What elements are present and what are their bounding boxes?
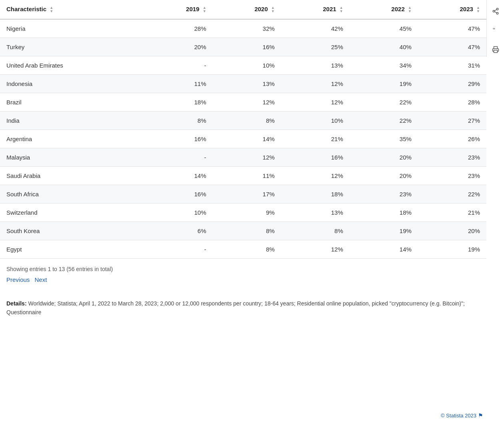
cell-y2020: 11%	[213, 167, 281, 185]
quote-icon[interactable]: "	[488, 23, 503, 38]
cell-y2023: 27%	[418, 112, 486, 130]
sort-arrows-2022[interactable]: ▲▼	[408, 6, 412, 13]
cell-y2020: 12%	[213, 93, 281, 112]
cell-y2022: 18%	[350, 204, 418, 222]
cell-y2023: 47%	[418, 19, 486, 38]
table-row: Malaysia-12%16%20%23%	[0, 148, 486, 167]
svg-text:": "	[492, 27, 495, 34]
cell-characteristic: United Arab Emirates	[0, 56, 144, 75]
table-row: Turkey20%16%25%40%47%	[0, 38, 486, 56]
cell-characteristic: Brazil	[0, 93, 144, 112]
col-2023[interactable]: 2023 ▲▼	[418, 0, 486, 19]
table-row: Saudi Arabia14%11%12%20%23%	[0, 167, 486, 185]
cell-characteristic: Turkey	[0, 38, 144, 56]
cell-characteristic: Nigeria	[0, 19, 144, 38]
cell-y2022: 14%	[350, 240, 418, 259]
cell-characteristic: Indonesia	[0, 75, 144, 93]
cell-y2019: -	[144, 56, 212, 75]
pagination: Previous Next	[0, 275, 486, 289]
cell-y2021: 13%	[281, 56, 350, 75]
data-table-container: Characteristic ▲▼ 2019 ▲▼ 2020 ▲▼ 2021	[0, 0, 486, 259]
cell-y2021: 18%	[281, 185, 350, 204]
previous-link[interactable]: Previous	[6, 276, 30, 283]
table-row: United Arab Emirates-10%13%34%31%	[0, 56, 486, 75]
col-2019[interactable]: 2019 ▲▼	[144, 0, 212, 19]
table-row: South Korea6%8%8%19%20%	[0, 222, 486, 240]
main-content: Characteristic ▲▼ 2019 ▲▼ 2020 ▲▼ 2021	[0, 0, 486, 339]
data-table: Characteristic ▲▼ 2019 ▲▼ 2020 ▲▼ 2021	[0, 0, 486, 259]
cell-y2021: 42%	[281, 19, 350, 38]
cell-y2021: 12%	[281, 240, 350, 259]
sidebar: "	[486, 0, 504, 57]
page-wrapper: " Characteristic ▲▼ 2019	[0, 0, 504, 425]
svg-rect-6	[494, 50, 497, 53]
cell-y2021: 25%	[281, 38, 350, 56]
cell-y2023: 20%	[418, 222, 486, 240]
cell-y2022: 20%	[350, 148, 418, 167]
cell-y2023: 19%	[418, 240, 486, 259]
svg-line-4	[494, 10, 496, 11]
cell-y2023: 23%	[418, 167, 486, 185]
cell-y2023: 28%	[418, 93, 486, 112]
cell-y2021: 12%	[281, 75, 350, 93]
cell-y2022: 45%	[350, 19, 418, 38]
cell-y2019: -	[144, 240, 212, 259]
cell-y2020: 17%	[213, 185, 281, 204]
cell-y2020: 13%	[213, 75, 281, 93]
cell-y2023: 21%	[418, 204, 486, 222]
cell-y2021: 8%	[281, 222, 350, 240]
cell-y2019: 20%	[144, 38, 212, 56]
cell-y2020: 16%	[213, 38, 281, 56]
cell-y2019: 18%	[144, 93, 212, 112]
cell-characteristic: Argentina	[0, 130, 144, 148]
table-row: Argentina16%14%21%35%26%	[0, 130, 486, 148]
statista-flag-icon: ⚑	[478, 412, 483, 419]
cell-y2022: 22%	[350, 112, 418, 130]
col-2020[interactable]: 2020 ▲▼	[213, 0, 281, 19]
cell-y2019: 28%	[144, 19, 212, 38]
cell-characteristic: South Korea	[0, 222, 144, 240]
cell-y2022: 19%	[350, 75, 418, 93]
cell-y2022: 35%	[350, 130, 418, 148]
table-row: Egypt-8%12%14%19%	[0, 240, 486, 259]
share-icon[interactable]	[488, 4, 503, 18]
table-row: Indonesia11%13%12%19%29%	[0, 75, 486, 93]
cell-y2022: 23%	[350, 185, 418, 204]
cell-y2023: 29%	[418, 75, 486, 93]
sort-arrows-2020[interactable]: ▲▼	[271, 6, 275, 13]
table-header-row: Characteristic ▲▼ 2019 ▲▼ 2020 ▲▼ 2021	[0, 0, 486, 19]
cell-y2019: 6%	[144, 222, 212, 240]
cell-y2019: 16%	[144, 185, 212, 204]
cell-y2022: 40%	[350, 38, 418, 56]
cell-y2020: 12%	[213, 148, 281, 167]
cell-y2020: 8%	[213, 112, 281, 130]
next-link[interactable]: Next	[35, 276, 47, 283]
col-2022[interactable]: 2022 ▲▼	[350, 0, 418, 19]
table-row: South Africa16%17%18%23%22%	[0, 185, 486, 204]
table-row: Switzerland10%9%13%18%21%	[0, 204, 486, 222]
cell-y2021: 12%	[281, 167, 350, 185]
details-section: Details: Worldwide; Statista; April 1, 2…	[0, 289, 486, 323]
cell-y2021: 10%	[281, 112, 350, 130]
cell-y2020: 8%	[213, 240, 281, 259]
cell-y2021: 13%	[281, 204, 350, 222]
cell-characteristic: Egypt	[0, 240, 144, 259]
sort-arrows-2023[interactable]: ▲▼	[476, 6, 480, 13]
cell-y2020: 10%	[213, 56, 281, 75]
cell-y2023: 47%	[418, 38, 486, 56]
table-row: India8%8%10%22%27%	[0, 112, 486, 130]
cell-y2023: 26%	[418, 130, 486, 148]
cell-y2023: 22%	[418, 185, 486, 204]
sort-arrows-2021[interactable]: ▲▼	[340, 6, 343, 13]
cell-y2019: 10%	[144, 204, 212, 222]
sort-arrows-characteristic[interactable]: ▲▼	[50, 6, 53, 13]
statista-copyright: © Statista 2023 ⚑	[441, 412, 483, 419]
svg-line-3	[494, 12, 496, 13]
table-row: Nigeria28%32%42%45%47%	[0, 19, 486, 38]
cell-characteristic: India	[0, 112, 144, 130]
cell-y2021: 16%	[281, 148, 350, 167]
col-2021[interactable]: 2021 ▲▼	[281, 0, 350, 19]
print-icon[interactable]	[488, 42, 503, 57]
sort-arrows-2019[interactable]: ▲▼	[203, 6, 206, 13]
col-characteristic[interactable]: Characteristic ▲▼	[0, 0, 144, 19]
